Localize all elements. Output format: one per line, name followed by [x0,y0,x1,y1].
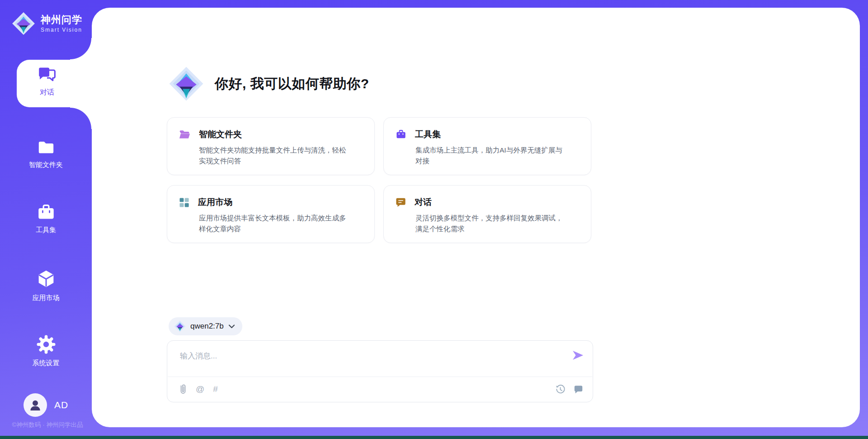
chevron-down-icon [228,324,235,329]
model-diamond-icon [174,320,186,332]
card-title: 应用市场 [198,196,232,208]
brand-logo: 神州问学 Smart Vision [12,12,82,35]
user-chip[interactable]: AD [24,393,68,417]
card-smart-folder[interactable]: 智能文件夹 智能文件夹功能支持批量文件上传与清洗，轻松实现文件问答 [167,117,375,175]
greeting-diamond-icon [169,66,204,101]
active-tab-curve-bottom [70,107,92,129]
active-tab-curve-top [70,38,92,60]
card-title: 对话 [415,196,432,208]
sidebar-item-toolset[interactable]: 工具集 [0,204,92,234]
grid-icon [179,197,189,208]
history-icon[interactable] [555,384,566,395]
card-title: 智能文件夹 [199,129,242,140]
sidebar-item-label: 工具集 [0,226,92,234]
open-folder-icon [179,129,190,139]
feature-cards: 智能文件夹 智能文件夹功能支持批量文件上传与清洗，轻松实现文件问答 工具集 集成… [167,117,593,243]
sidebar-item-app-market[interactable]: 应用市场 [0,269,92,302]
chat-bubbles-icon [37,65,57,84]
card-toolset[interactable]: 工具集 集成市场上主流工具，助力AI与外界无缝扩展与对接 [383,117,591,175]
message-composer: @ # [167,340,593,402]
sidebar-item-label: 系统设置 [0,359,92,367]
bottom-strip [0,436,868,439]
sidebar-item-chat[interactable]: 对话 [17,60,94,107]
card-title: 工具集 [415,129,441,140]
gear-icon [37,335,56,354]
sidebar-item-label: 智能文件夹 [0,161,92,169]
brand-diamond-icon [12,12,35,35]
user-initials: AD [54,400,68,410]
greeting-row: 你好, 我可以如何帮助你? [169,66,369,101]
avatar [24,393,47,417]
folder-icon [37,139,56,156]
card-description: 应用市场提供丰富长文本模板，助力高效生成多样化文章内容 [199,213,351,234]
card-chat[interactable]: 对话 灵活切换多模型文件，支持多样回复效果调试，满足个性化需求 [383,185,591,243]
paper-plane-icon [571,348,585,362]
card-description: 集成市场上主流工具，助力AI与外界无缝扩展与对接 [415,145,567,167]
card-description: 智能文件夹功能支持批量文件上传与清洗，轻松实现文件问答 [199,145,351,167]
composer-divider [168,377,592,377]
briefcase-icon [396,129,406,139]
app-window: 神州问学 Smart Vision 对话 智能文件夹 工具集 [0,0,868,439]
person-icon [28,397,43,413]
card-app-market[interactable]: 应用市场 应用市场提供丰富长文本模板，助力高效生成多样化文章内容 [167,185,375,243]
paperclip-icon[interactable] [179,384,187,395]
chat-square-icon [396,197,406,207]
composer-tools-right [555,384,583,395]
composer-tools-left: @ # [179,383,218,395]
greeting-text: 你好, 我可以如何帮助你? [215,75,369,93]
mention-icon[interactable]: @ [196,383,204,395]
model-selector[interactable]: qwen2:7b [169,317,242,335]
feedback-bubble-icon[interactable] [573,385,583,394]
model-name: qwen2:7b [190,322,224,331]
sidebar-item-settings[interactable]: 系统设置 [0,335,92,367]
message-input[interactable] [179,349,561,363]
hashtag-icon[interactable]: # [213,383,218,395]
cube-icon [37,269,55,289]
send-button[interactable] [570,348,585,363]
sidebar-item-label: 对话 [17,88,77,97]
sidebar-item-smart-folder[interactable]: 智能文件夹 [0,139,92,169]
app-name: 神州问学 [41,14,82,25]
sidebar-item-label: 应用市场 [0,294,92,302]
copyright-text: ©神州数码 · 神州问学出品 [0,421,95,429]
briefcase-icon [37,204,56,221]
card-description: 灵活切换多模型文件，支持多样回复效果调试，满足个性化需求 [415,213,567,234]
app-tagline: Smart Vision [41,27,82,33]
